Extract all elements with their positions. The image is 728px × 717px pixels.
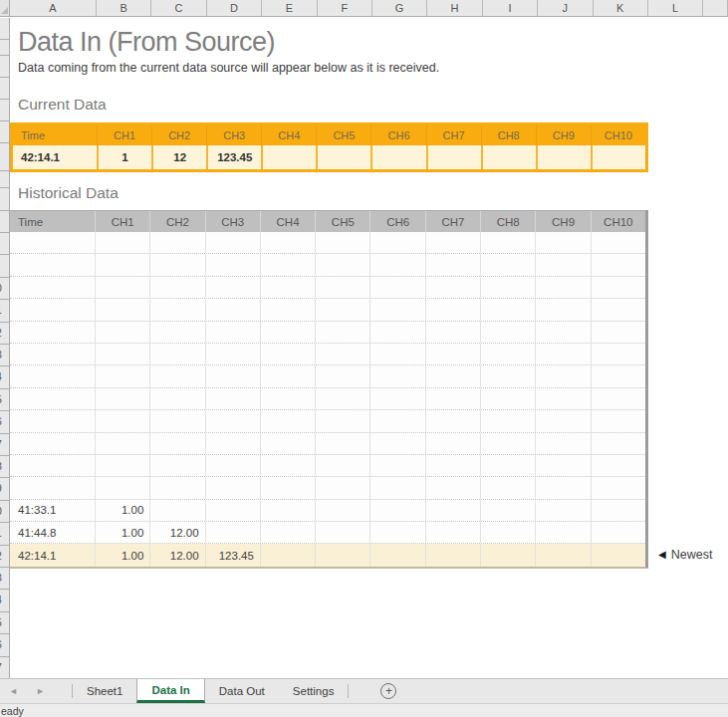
historical-cell[interactable] [95, 254, 149, 275]
historical-cell[interactable] [480, 388, 535, 409]
column-header-H[interactable]: H [427, 0, 482, 16]
historical-cell[interactable] [149, 232, 204, 253]
historical-cell[interactable] [149, 365, 204, 386]
historical-cell[interactable] [260, 522, 315, 543]
historical-header-cell[interactable]: CH1 [95, 211, 149, 232]
historical-cell[interactable] [535, 500, 590, 521]
historical-cell[interactable] [149, 299, 204, 320]
column-header-A[interactable]: A [10, 0, 97, 16]
historical-cell[interactable] [10, 254, 95, 275]
historical-cell[interactable] [425, 500, 480, 521]
row-number[interactable]: 3 [0, 567, 8, 589]
historical-cell[interactable] [535, 322, 590, 343]
row-number[interactable]: 1 [0, 299, 8, 321]
historical-cell[interactable] [205, 322, 260, 343]
row-number[interactable]: 3 [0, 344, 8, 365]
row-number[interactable]: 4 [0, 365, 8, 387]
row-number[interactable]: 0 [0, 277, 8, 299]
historical-cell[interactable] [369, 322, 424, 343]
historical-cell[interactable] [425, 477, 480, 498]
historical-cell[interactable] [591, 277, 645, 298]
historical-cell[interactable] [591, 410, 645, 431]
historical-cell[interactable] [95, 344, 149, 364]
historical-cell[interactable] [535, 522, 590, 543]
column-header-E[interactable]: E [262, 0, 317, 16]
current-value-cell[interactable]: 42:14.1 [13, 145, 97, 169]
next-sheet-icon[interactable]: ► [27, 679, 54, 703]
historical-cell[interactable] [315, 544, 369, 566]
historical-cell[interactable] [205, 299, 260, 320]
historical-cell[interactable] [10, 433, 95, 454]
historical-cell[interactable] [205, 365, 260, 386]
historical-cell[interactable] [205, 410, 260, 431]
historical-cell[interactable] [425, 388, 480, 409]
select-all-corner[interactable] [0, 0, 10, 16]
historical-cell[interactable] [425, 455, 480, 476]
historical-cell[interactable] [205, 254, 260, 275]
historical-cell[interactable] [535, 410, 590, 431]
column-header-I[interactable]: I [483, 0, 538, 16]
historical-cell[interactable] [369, 365, 424, 386]
column-header-C[interactable]: C [151, 0, 206, 16]
current-value-cell[interactable] [591, 145, 645, 169]
historical-cell[interactable]: 41:33.1 [10, 500, 95, 521]
historical-cell[interactable] [149, 388, 204, 409]
historical-cell[interactable] [535, 388, 590, 409]
historical-cell[interactable] [591, 433, 645, 454]
column-header-J[interactable]: J [538, 0, 593, 16]
historical-cell[interactable] [535, 433, 590, 454]
historical-cell[interactable] [95, 277, 149, 298]
current-value-cell[interactable]: 123.45 [206, 145, 261, 169]
historical-cell[interactable] [260, 477, 315, 498]
historical-cell[interactable] [480, 322, 535, 343]
historical-cell[interactable] [205, 344, 260, 364]
historical-cell[interactable] [95, 232, 149, 253]
historical-cell[interactable] [205, 433, 260, 454]
historical-cell[interactable] [149, 477, 204, 498]
new-sheet-button[interactable]: + [380, 683, 396, 699]
historical-cell[interactable] [149, 433, 204, 454]
historical-cell[interactable] [95, 433, 149, 454]
historical-cell[interactable] [425, 544, 480, 566]
historical-cell[interactable] [369, 299, 424, 320]
prev-sheet-icon[interactable]: ◄ [0, 679, 27, 703]
historical-cell[interactable] [535, 277, 590, 298]
current-value-cell[interactable]: 1 [97, 145, 151, 169]
historical-cell[interactable] [315, 365, 369, 386]
historical-cell[interactable] [315, 232, 369, 253]
historical-cell[interactable] [260, 254, 315, 275]
current-header-cell[interactable]: CH9 [536, 125, 591, 145]
row-number[interactable]: 7 [0, 433, 8, 455]
current-value-cell[interactable] [481, 145, 536, 169]
historical-cell[interactable] [591, 322, 645, 343]
historical-cell[interactable] [369, 232, 424, 253]
historical-cell[interactable] [10, 455, 95, 476]
historical-cell[interactable] [260, 232, 315, 253]
historical-cell[interactable] [369, 254, 424, 275]
historical-header-cell[interactable]: CH10 [591, 211, 645, 232]
historical-cell[interactable] [260, 544, 315, 566]
historical-cell[interactable] [369, 500, 424, 521]
historical-cell[interactable] [591, 455, 645, 476]
historical-cell[interactable] [205, 388, 260, 409]
historical-cell[interactable] [315, 477, 369, 498]
historical-cell[interactable] [480, 277, 535, 298]
historical-cell[interactable] [480, 522, 535, 543]
current-value-cell[interactable] [261, 145, 316, 169]
historical-header-cell[interactable]: Time [10, 211, 95, 232]
historical-cell[interactable] [205, 500, 260, 521]
historical-header-cell[interactable]: CH5 [315, 211, 369, 232]
current-header-cell[interactable]: CH5 [316, 125, 370, 145]
historical-cell[interactable] [369, 522, 424, 543]
historical-cell[interactable] [205, 477, 260, 498]
historical-header-cell[interactable]: CH7 [425, 211, 480, 232]
column-header-B[interactable]: B [97, 0, 151, 16]
historical-header-cell[interactable]: CH6 [369, 211, 424, 232]
historical-cell[interactable] [260, 344, 315, 364]
historical-cell[interactable]: 12.00 [149, 544, 204, 566]
historical-cell[interactable] [95, 322, 149, 343]
historical-cell[interactable] [369, 477, 424, 498]
historical-cell[interactable]: 1.00 [95, 544, 149, 566]
historical-cell[interactable] [535, 232, 590, 253]
column-header-L[interactable]: L [648, 0, 703, 16]
